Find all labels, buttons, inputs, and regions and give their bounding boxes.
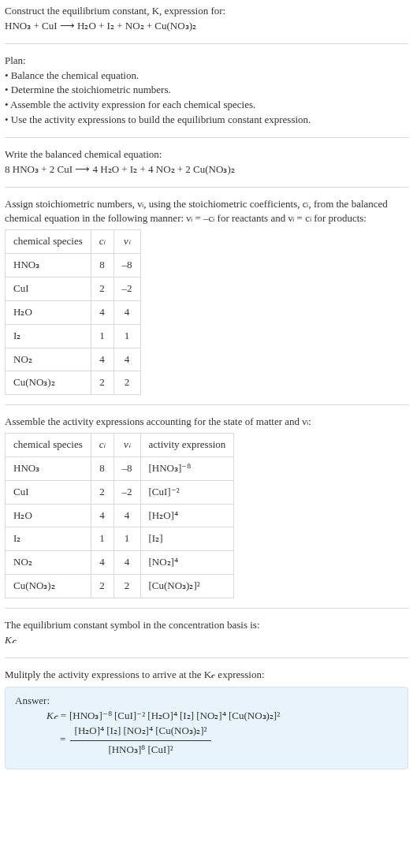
cell-activity: [Cu(NO₃)₂]²: [140, 575, 234, 598]
cell-species: H₂O: [6, 504, 91, 527]
cell-species: H₂O: [6, 300, 91, 324]
multiply-text: Mulitply the activity expressions to arr…: [5, 668, 408, 683]
table-row: CuI 2 –2 [CuI]⁻²: [6, 480, 234, 504]
cell-ci: 2: [91, 575, 113, 598]
answer-line1: K𝒸 = [HNO₃]⁻⁸ [CuI]⁻² [H₂O]⁴ [I₂] [NO₂]⁴…: [15, 709, 398, 724]
answer-rhs1: [HNO₃]⁻⁸ [CuI]⁻² [H₂O]⁴ [I₂] [NO₂]⁴ [Cu(…: [69, 710, 280, 721]
th-species: chemical species: [6, 230, 91, 254]
cell-ci: 8: [91, 456, 113, 480]
plan-item: • Balance the chemical equation.: [5, 69, 408, 84]
cell-activity: [I₂]: [140, 527, 234, 551]
table-row: H₂O 4 4 [H₂O]⁴: [6, 504, 234, 527]
answer-denominator: [HNO₃]⁸ [CuI]²: [70, 741, 212, 758]
cell-species: I₂: [6, 324, 91, 348]
th-activity: activity expression: [140, 434, 234, 457]
cell-ci: 1: [91, 527, 113, 551]
answer-label: Answer:: [15, 694, 398, 709]
cell-vi: 1: [113, 324, 140, 348]
table-header-row: chemical species cᵢ νᵢ: [6, 230, 141, 254]
answer-fraction: [H₂O]⁴ [I₂] [NO₂]⁴ [Cu(NO₃)₂]² [HNO₃]⁸ […: [70, 724, 212, 758]
table-header-row: chemical species cᵢ νᵢ activity expressi…: [6, 434, 234, 457]
answer-line2: = [H₂O]⁴ [I₂] [NO₂]⁴ [Cu(NO₃)₂]² [HNO₃]⁸…: [15, 724, 398, 758]
table-row: HNO₃ 8 –8 [HNO₃]⁻⁸: [6, 456, 234, 480]
cell-ci: 8: [91, 254, 113, 278]
cell-vi: –8: [113, 456, 140, 480]
cell-vi: 4: [113, 300, 140, 324]
cell-species: I₂: [6, 527, 91, 551]
cell-activity: [CuI]⁻²: [140, 480, 234, 504]
cell-activity: [NO₂]⁴: [140, 551, 234, 575]
divider: [5, 137, 408, 138]
cell-species: CuI: [6, 480, 91, 504]
cell-activity: [HNO₃]⁻⁸: [140, 456, 234, 480]
table-row: H₂O 4 4: [6, 300, 141, 324]
divider: [5, 608, 408, 609]
cell-vi: 2: [113, 371, 140, 395]
table-row: NO₂ 4 4: [6, 348, 141, 371]
divider: [5, 404, 408, 405]
th-ci: cᵢ: [91, 230, 113, 254]
answer-box: Answer: K𝒸 = [HNO₃]⁻⁸ [CuI]⁻² [H₂O]⁴ [I₂…: [5, 687, 408, 769]
table-row: CuI 2 –2: [6, 277, 141, 300]
cell-ci: 4: [91, 504, 113, 527]
cell-activity: [H₂O]⁴: [140, 504, 234, 527]
intro-line1: Construct the equilibrium constant, K, e…: [5, 4, 408, 19]
cell-vi: –2: [113, 277, 140, 300]
assign-text: Assign stoichiometric numbers, νᵢ, using…: [5, 197, 408, 227]
cell-species: NO₂: [6, 348, 91, 371]
assemble-text: Assemble the activity expressions accoun…: [5, 415, 408, 430]
plan-item-text: Assemble the activity expression for eac…: [10, 99, 255, 110]
cell-vi: –8: [113, 254, 140, 278]
cell-ci: 2: [91, 371, 113, 395]
cell-vi: 4: [113, 348, 140, 371]
balanced-heading: Write the balanced chemical equation:: [5, 147, 408, 162]
intro-equation: HNO₃ + CuI ⟶ H₂O + I₂ + NO₂ + Cu(NO₃)₂: [5, 19, 408, 34]
balanced-equation: 8 HNO₃ + 2 CuI ⟶ 4 H₂O + I₂ + 4 NO₂ + 2 …: [5, 162, 408, 177]
divider: [5, 187, 408, 188]
divider: [5, 658, 408, 658]
plan-item: • Assemble the activity expression for e…: [5, 98, 408, 113]
cell-species: Cu(NO₃)₂: [6, 575, 91, 598]
answer-eq: =: [60, 733, 69, 745]
cell-vi: 4: [113, 551, 140, 575]
symbol-line1: The equilibrium constant symbol in the c…: [5, 618, 408, 633]
table-row: NO₂ 4 4 [NO₂]⁴: [6, 551, 234, 575]
table-row: Cu(NO₃)₂ 2 2: [6, 371, 141, 395]
cell-vi: 1: [113, 527, 140, 551]
cell-ci: 1: [91, 324, 113, 348]
cell-species: HNO₃: [6, 456, 91, 480]
th-species: chemical species: [6, 434, 91, 457]
cell-ci: 2: [91, 277, 113, 300]
table-row: I₂ 1 1 [I₂]: [6, 527, 234, 551]
cell-ci: 2: [91, 480, 113, 504]
cell-species: HNO₃: [6, 254, 91, 278]
th-ci: cᵢ: [91, 434, 113, 457]
symbol-kc: K𝒸: [5, 633, 408, 648]
table-row: I₂ 1 1: [6, 324, 141, 348]
th-vi: νᵢ: [113, 230, 140, 254]
cell-ci: 4: [91, 551, 113, 575]
plan-item-text: Determine the stoichiometric numbers.: [11, 84, 171, 95]
plan-item: • Use the activity expressions to build …: [5, 113, 408, 128]
cell-species: Cu(NO₃)₂: [6, 371, 91, 395]
plan-item-text: Balance the chemical equation.: [11, 69, 139, 81]
plan-heading: Plan:: [5, 54, 408, 69]
plan-item: • Determine the stoichiometric numbers.: [5, 83, 408, 98]
cell-ci: 4: [91, 348, 113, 371]
activity-table: chemical species cᵢ νᵢ activity expressi…: [5, 433, 234, 598]
cell-ci: 4: [91, 300, 113, 324]
th-vi: νᵢ: [113, 434, 140, 457]
cell-vi: 2: [113, 575, 140, 598]
divider: [5, 43, 408, 44]
cell-species: NO₂: [6, 551, 91, 575]
table-row: Cu(NO₃)₂ 2 2 [Cu(NO₃)₂]²: [6, 575, 234, 598]
cell-species: CuI: [6, 277, 91, 300]
answer-numerator: [H₂O]⁴ [I₂] [NO₂]⁴ [Cu(NO₃)₂]²: [70, 724, 212, 741]
cell-vi: 4: [113, 504, 140, 527]
plan-item-text: Use the activity expressions to build th…: [11, 114, 311, 125]
table-row: HNO₃ 8 –8: [6, 254, 141, 278]
answer-lhs: K𝒸 =: [47, 710, 69, 721]
stoich-table: chemical species cᵢ νᵢ HNO₃ 8 –8 CuI 2 –…: [5, 229, 141, 395]
cell-vi: –2: [113, 480, 140, 504]
